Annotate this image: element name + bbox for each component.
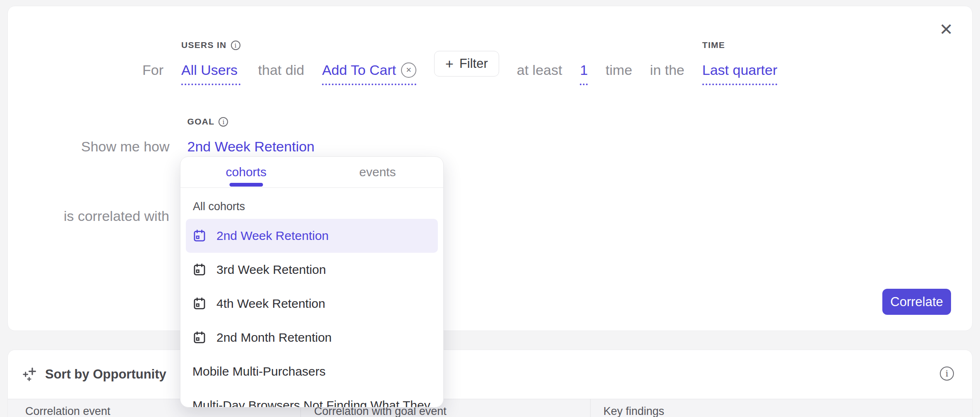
show-me-how-cell: Show me how [81,117,170,155]
query-row-users: For USERS IN i All Users that did Add To… [142,40,777,85]
goal-dropdown: cohorts events All cohorts 2nd Week Rete… [180,156,444,407]
list-item-label: 2nd Week Retention [216,229,329,243]
tab-events-label: events [359,165,396,179]
calendar-icon [192,297,207,311]
prefix-show-me-how: Show me how [81,138,170,155]
prefix-cell: For [142,40,163,78]
prefix-is-correlated-with: is correlated with [64,208,169,224]
info-icon[interactable]: i [940,367,954,381]
time-range-cell: TIME Last quarter [702,40,777,85]
results-table-header: Correlation event Correlation with goal … [8,399,972,417]
info-icon[interactable]: i [231,41,240,50]
connector-time: time [605,62,632,78]
event-value[interactable]: Add To Cart [322,62,396,78]
list-item-3rd-week-retention[interactable]: 3rd Week Retention [186,253,438,287]
calendar-icon [192,331,207,345]
calendar-icon [192,229,207,243]
list-item-label: 2nd Month Retention [216,331,332,345]
correlate-button[interactable]: Correlate [882,289,951,315]
close-icon[interactable]: ✕ [939,21,953,38]
count-selector[interactable]: 1 [580,62,588,85]
count-cell: 1 [580,40,588,85]
query-row-goal: Show me how GOAL i 2nd Week Retention [81,117,315,162]
goal-label: GOAL [187,117,215,127]
list-item-4th-week-retention[interactable]: 4th Week Retention [186,287,438,321]
active-tab-indicator [229,183,263,187]
that-did-cell: that did [258,40,305,78]
goal-cell: GOAL i 2nd Week Retention [187,117,315,162]
add-filter-button[interactable]: + Filter [434,51,499,77]
list-item-label: Multi-Day Browsers Not Finding What They [192,398,430,407]
column-header-correlation-event: Correlation event [25,405,110,417]
remove-event-icon[interactable]: ✕ [401,62,416,78]
list-item-2nd-week-retention[interactable]: 2nd Week Retention [186,219,438,253]
tab-events[interactable]: events [312,157,444,187]
section-header-all-cohorts: All cohorts [193,200,245,213]
connector-in-the: in the [650,62,685,78]
list-item-label: 4th Week Retention [216,297,325,311]
results-card: Sort by Opportunity i Correlation event … [7,350,973,417]
calendar-icon [192,263,207,277]
sort-by-opportunity-button[interactable]: Sort by Opportunity [22,350,166,399]
time-range-selector[interactable]: Last quarter [702,62,777,85]
list-item-mobile-multi-purchasers[interactable]: Mobile Multi-Purchasers [186,355,438,388]
users-in-cell: USERS IN i All Users [181,40,240,85]
at-least-cell: at least [517,40,562,78]
sort-button-label: Sort by Opportunity [45,367,166,382]
tab-cohorts-label: cohorts [226,165,267,179]
users-selector[interactable]: All Users [181,62,240,85]
plus-icon: + [445,58,454,70]
cohort-list: 2nd Week Retention 3rd Week Retention 4t… [186,219,438,407]
time-word-cell: time [605,40,632,78]
query-builder-card: ✕ For USERS IN i All Users that did [7,6,973,331]
column-header-key-findings: Key findings [603,405,664,417]
info-icon[interactable]: i [219,117,228,127]
users-in-label: USERS IN [181,40,227,50]
filter-button-label: Filter [459,56,488,71]
prefix-for: For [142,62,163,78]
connector-that-did: that did [258,62,305,78]
sparkle-icon [22,366,38,383]
correlation-builder-page: ✕ For USERS IN i All Users that did [0,0,980,417]
list-item-2nd-month-retention[interactable]: 2nd Month Retention [186,321,438,355]
list-item-label: Mobile Multi-Purchasers [192,364,326,379]
dropdown-tabs: cohorts events [180,157,443,188]
tab-cohorts[interactable]: cohorts [180,157,312,187]
connector-at-least: at least [517,62,562,78]
list-item-label: 3rd Week Retention [216,263,326,277]
event-selector[interactable]: Add To Cart ✕ [322,62,416,85]
time-label: TIME [702,40,725,50]
query-row-correlated: is correlated with [49,208,169,224]
column-divider [590,399,591,417]
list-item-multi-day-browsers[interactable]: Multi-Day Browsers Not Finding What They [186,388,438,407]
event-cell: Add To Cart ✕ [322,40,416,85]
in-the-cell: in the [650,40,685,78]
